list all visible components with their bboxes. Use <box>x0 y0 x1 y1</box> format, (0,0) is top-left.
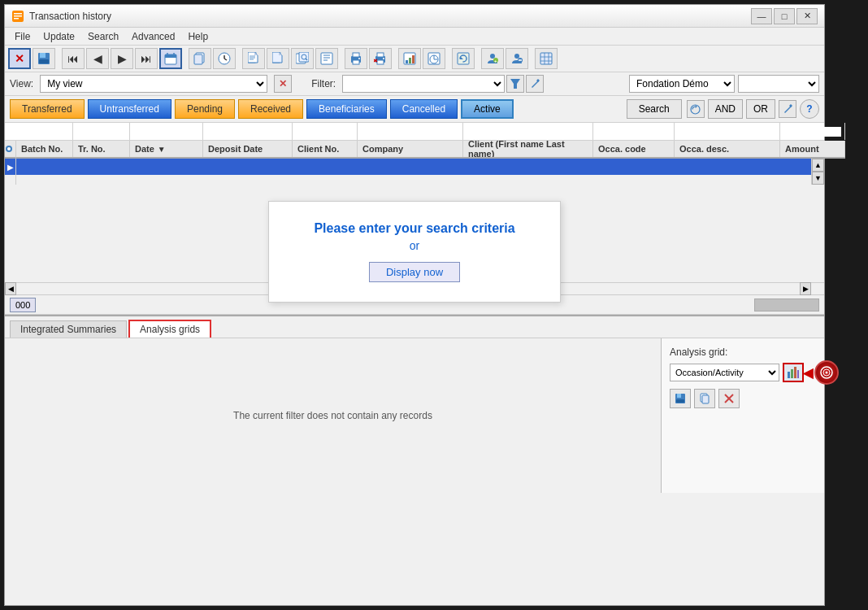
filter-deposit-input[interactable] <box>206 127 289 137</box>
filter-select[interactable] <box>342 75 505 93</box>
menu-update[interactable]: Update <box>37 29 81 44</box>
analysis-grid-select[interactable]: Occasion/Activity <box>670 364 779 381</box>
tab-beneficiaries[interactable]: Beneficiaries <box>306 99 387 119</box>
filter-occa-desc <box>675 123 780 140</box>
minimize-button[interactable]: — <box>751 8 772 24</box>
org-select[interactable]: Fondation Démo <box>629 75 735 93</box>
save-button[interactable] <box>33 48 55 69</box>
tab-received[interactable]: Received <box>238 99 303 119</box>
filter-occa-code-input[interactable] <box>597 127 671 137</box>
filter-tr-input[interactable] <box>76 127 126 137</box>
nav-prev-button[interactable]: ◀ <box>86 48 109 69</box>
extra-select[interactable] <box>738 75 819 93</box>
nav-last-button[interactable]: ⏭ <box>135 48 158 69</box>
tab-cancelled[interactable]: Cancelled <box>390 99 458 119</box>
view-select[interactable]: My view <box>40 75 267 93</box>
th-tr[interactable]: Tr. No. <box>73 141 130 157</box>
clock-button[interactable] <box>213 48 236 69</box>
chart1-button[interactable] <box>398 48 421 69</box>
filter-amount-input[interactable] <box>783 127 841 137</box>
scroll-down-button[interactable]: ▼ <box>812 172 824 185</box>
search-prompt-box: Please enter your search criteria or Dis… <box>268 201 561 303</box>
search-prompt-area: Please enter your search criteria or Dis… <box>5 185 824 282</box>
filter-client-name-input[interactable] <box>467 127 589 137</box>
menu-file[interactable]: File <box>8 29 37 44</box>
display-now-button[interactable]: Display now <box>369 262 460 282</box>
calendar-button[interactable] <box>159 48 182 69</box>
person2-button[interactable] <box>506 48 528 69</box>
svg-rect-6 <box>39 59 49 63</box>
filter-date-input[interactable] <box>133 127 199 137</box>
print1-button[interactable] <box>345 48 367 69</box>
tab-active[interactable]: Active <box>461 99 514 119</box>
grid-button[interactable] <box>535 48 558 69</box>
svg-point-40 <box>383 58 384 59</box>
svg-rect-34 <box>353 53 359 57</box>
filter-edit-button[interactable] <box>526 75 544 93</box>
nav-next-button[interactable]: ▶ <box>111 48 133 69</box>
tab-analysis-grids[interactable]: Analysis grids <box>128 320 211 338</box>
doc1-button[interactable] <box>242 48 265 69</box>
filter-batch-input[interactable] <box>20 127 69 137</box>
th-deposit[interactable]: Deposit Date <box>203 141 293 157</box>
edit-filter-button[interactable] <box>779 100 796 118</box>
scroll-up-button[interactable]: ▲ <box>812 159 824 172</box>
th-company[interactable]: Company <box>358 141 463 157</box>
table-row-selected[interactable] <box>16 159 811 175</box>
status-indicator <box>754 298 819 312</box>
grid-chart-button[interactable] <box>783 363 804 382</box>
filter-funnel-button[interactable] <box>506 75 524 93</box>
scroll-left-button[interactable]: ◀ <box>5 282 16 295</box>
menu-help[interactable]: Help <box>181 29 215 44</box>
or-button[interactable]: OR <box>746 99 775 119</box>
filter-input-row <box>5 123 824 141</box>
nav-first-button[interactable]: ⏮ <box>62 48 85 69</box>
action-save-button[interactable] <box>670 389 691 408</box>
th-date[interactable]: Date ▼ <box>130 141 203 157</box>
filter-company-input[interactable] <box>361 127 459 137</box>
tab-pending[interactable]: Pending <box>175 99 235 119</box>
th-client-no[interactable]: Client No. <box>293 141 358 157</box>
copy-button[interactable] <box>189 48 211 69</box>
search-button[interactable]: Search <box>627 99 682 119</box>
action-delete-button[interactable] <box>718 389 740 408</box>
table-header-container: Batch No. Tr. No. Date ▼ Deposit Date Cl… <box>5 141 824 159</box>
chart2-button[interactable] <box>423 48 445 69</box>
maximize-button[interactable]: □ <box>774 8 795 24</box>
no-records-text: The current filter does not contain any … <box>233 410 432 421</box>
svg-marker-68 <box>789 104 792 107</box>
view-clear-button[interactable]: ✕ <box>274 75 292 93</box>
close-x-button[interactable]: ✕ <box>8 48 31 69</box>
tab-integrated-summaries[interactable]: Integrated Summaries <box>10 320 127 338</box>
print2-button[interactable] <box>369 48 392 69</box>
main-window: Transaction history — □ ✕ File Update Se… <box>4 4 825 606</box>
filter-client-no-input[interactable] <box>296 127 354 137</box>
th-occa-desc[interactable]: Occa. desc. <box>675 141 780 157</box>
vertical-scrollbar[interactable]: ▲ ▼ <box>811 159 824 185</box>
svg-text:+: + <box>494 59 497 63</box>
menu-search[interactable]: Search <box>81 29 125 44</box>
action-copy-button[interactable] <box>694 389 715 408</box>
filter-occa-desc-input[interactable] <box>678 127 776 137</box>
th-client-name[interactable]: Client (First name Last name) <box>463 141 593 157</box>
close-button[interactable]: ✕ <box>796 8 818 24</box>
and-button[interactable]: AND <box>708 99 743 119</box>
th-occa-code[interactable]: Occa. code <box>593 141 675 157</box>
scroll-right-button[interactable]: ▶ <box>800 282 811 295</box>
tab-transferred[interactable]: Transferred <box>10 99 85 119</box>
th-amount[interactable]: Amount <box>780 141 845 157</box>
menu-advanced[interactable]: Advanced <box>125 29 181 44</box>
doc3-button[interactable] <box>291 48 314 69</box>
svg-rect-5 <box>40 53 46 58</box>
doc4-button[interactable] <box>315 48 338 69</box>
analysis-grid-label: Analysis grid: <box>670 346 816 358</box>
doc2-button[interactable] <box>267 48 289 69</box>
svg-point-70 <box>7 147 11 150</box>
help-button[interactable]: ? <box>800 99 819 119</box>
th-batch[interactable]: Batch No. <box>16 141 73 157</box>
records-button[interactable]: 000 <box>10 298 36 312</box>
refresh-button[interactable] <box>452 48 475 69</box>
tab-untransferred[interactable]: Untransferred <box>88 99 171 119</box>
search-refresh-button[interactable] <box>687 100 705 118</box>
person1-button[interactable]: + <box>481 48 504 69</box>
